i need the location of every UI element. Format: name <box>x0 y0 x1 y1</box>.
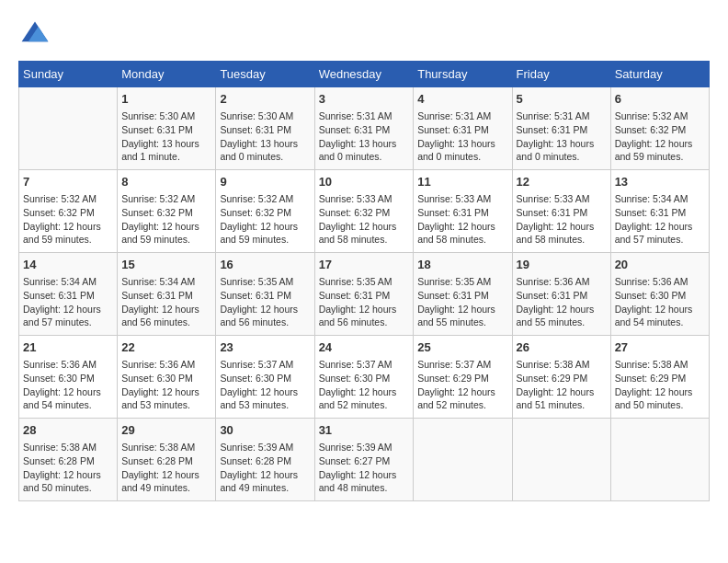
day-info: Sunrise: 5:30 AM Sunset: 6:31 PM Dayligh… <box>220 109 310 164</box>
day-number: 29 <box>121 422 211 439</box>
calendar-cell: 4Sunrise: 5:31 AM Sunset: 6:31 PM Daylig… <box>414 87 512 170</box>
day-number: 5 <box>517 91 607 108</box>
calendar-cell <box>19 87 118 170</box>
day-info: Sunrise: 5:31 AM Sunset: 6:31 PM Dayligh… <box>319 109 410 164</box>
logo-icon <box>18 18 51 52</box>
day-info: Sunrise: 5:34 AM Sunset: 6:31 PM Dayligh… <box>23 275 113 329</box>
day-number: 10 <box>319 174 410 190</box>
day-info: Sunrise: 5:33 AM Sunset: 6:32 PM Dayligh… <box>319 192 410 247</box>
day-info: Sunrise: 5:34 AM Sunset: 6:31 PM Dayligh… <box>615 192 705 247</box>
day-number: 27 <box>615 339 705 356</box>
day-number: 24 <box>319 339 410 356</box>
day-number: 30 <box>220 422 310 439</box>
calendar-cell: 2Sunrise: 5:30 AM Sunset: 6:31 PM Daylig… <box>216 87 314 170</box>
day-info: Sunrise: 5:31 AM Sunset: 6:31 PM Dayligh… <box>517 109 607 164</box>
page-header <box>18 18 710 52</box>
day-number: 1 <box>121 91 211 108</box>
logo <box>18 18 55 52</box>
calendar-cell: 17Sunrise: 5:35 AM Sunset: 6:31 PM Dayli… <box>314 253 414 336</box>
calendar-cell: 7Sunrise: 5:32 AM Sunset: 6:32 PM Daylig… <box>19 170 118 253</box>
day-info: Sunrise: 5:38 AM Sunset: 6:28 PM Dayligh… <box>121 441 211 495</box>
day-info: Sunrise: 5:38 AM Sunset: 6:28 PM Dayligh… <box>23 441 113 495</box>
day-info: Sunrise: 5:35 AM Sunset: 6:31 PM Dayligh… <box>220 275 310 329</box>
day-number: 7 <box>23 174 113 190</box>
calendar-cell: 1Sunrise: 5:30 AM Sunset: 6:31 PM Daylig… <box>118 87 216 170</box>
calendar-cell: 16Sunrise: 5:35 AM Sunset: 6:31 PM Dayli… <box>216 253 314 336</box>
calendar-cell: 25Sunrise: 5:37 AM Sunset: 6:29 PM Dayli… <box>414 336 512 419</box>
calendar-cell: 11Sunrise: 5:33 AM Sunset: 6:31 PM Dayli… <box>414 170 512 253</box>
day-of-week-header: Wednesday <box>314 62 414 87</box>
day-info: Sunrise: 5:38 AM Sunset: 6:29 PM Dayligh… <box>517 358 607 412</box>
day-info: Sunrise: 5:36 AM Sunset: 6:30 PM Dayligh… <box>23 358 113 412</box>
day-number: 16 <box>220 257 310 273</box>
day-info: Sunrise: 5:35 AM Sunset: 6:31 PM Dayligh… <box>319 275 410 329</box>
calendar-week-row: 14Sunrise: 5:34 AM Sunset: 6:31 PM Dayli… <box>19 253 710 336</box>
day-number: 2 <box>220 91 310 108</box>
day-info: Sunrise: 5:37 AM Sunset: 6:30 PM Dayligh… <box>220 358 310 412</box>
day-info: Sunrise: 5:37 AM Sunset: 6:29 PM Dayligh… <box>417 358 507 412</box>
day-number: 22 <box>121 339 211 356</box>
day-info: Sunrise: 5:31 AM Sunset: 6:31 PM Dayligh… <box>417 109 507 164</box>
calendar-cell: 9Sunrise: 5:32 AM Sunset: 6:32 PM Daylig… <box>216 170 314 253</box>
calendar-cell: 29Sunrise: 5:38 AM Sunset: 6:28 PM Dayli… <box>118 419 216 501</box>
day-info: Sunrise: 5:36 AM Sunset: 6:30 PM Dayligh… <box>615 275 705 329</box>
day-number: 4 <box>417 91 507 108</box>
calendar-cell: 6Sunrise: 5:32 AM Sunset: 6:32 PM Daylig… <box>610 87 709 170</box>
calendar-table: SundayMondayTuesdayWednesdayThursdayFrid… <box>18 61 710 501</box>
calendar-cell: 12Sunrise: 5:33 AM Sunset: 6:31 PM Dayli… <box>512 170 610 253</box>
day-of-week-header: Sunday <box>19 62 118 87</box>
calendar-cell: 28Sunrise: 5:38 AM Sunset: 6:28 PM Dayli… <box>19 419 118 501</box>
calendar-cell <box>610 419 709 501</box>
day-number: 12 <box>517 174 607 190</box>
day-info: Sunrise: 5:39 AM Sunset: 6:28 PM Dayligh… <box>220 441 310 495</box>
day-info: Sunrise: 5:37 AM Sunset: 6:30 PM Dayligh… <box>319 358 410 412</box>
day-of-week-header: Saturday <box>610 62 709 87</box>
calendar-cell: 8Sunrise: 5:32 AM Sunset: 6:32 PM Daylig… <box>118 170 216 253</box>
day-of-week-header: Friday <box>512 62 610 87</box>
day-number: 9 <box>220 174 310 190</box>
day-info: Sunrise: 5:38 AM Sunset: 6:29 PM Dayligh… <box>615 358 705 412</box>
calendar-cell: 18Sunrise: 5:35 AM Sunset: 6:31 PM Dayli… <box>414 253 512 336</box>
calendar-header-row: SundayMondayTuesdayWednesdayThursdayFrid… <box>19 62 710 87</box>
day-of-week-header: Tuesday <box>216 62 314 87</box>
day-info: Sunrise: 5:33 AM Sunset: 6:31 PM Dayligh… <box>417 192 507 247</box>
day-number: 26 <box>517 339 607 356</box>
day-number: 19 <box>517 257 607 273</box>
day-info: Sunrise: 5:32 AM Sunset: 6:32 PM Dayligh… <box>23 192 113 247</box>
calendar-cell: 19Sunrise: 5:36 AM Sunset: 6:31 PM Dayli… <box>512 253 610 336</box>
calendar-cell: 14Sunrise: 5:34 AM Sunset: 6:31 PM Dayli… <box>19 253 118 336</box>
day-info: Sunrise: 5:32 AM Sunset: 6:32 PM Dayligh… <box>615 109 705 164</box>
day-info: Sunrise: 5:33 AM Sunset: 6:31 PM Dayligh… <box>517 192 607 247</box>
day-info: Sunrise: 5:32 AM Sunset: 6:32 PM Dayligh… <box>121 192 211 247</box>
calendar-week-row: 28Sunrise: 5:38 AM Sunset: 6:28 PM Dayli… <box>19 419 710 501</box>
day-number: 18 <box>417 257 507 273</box>
day-number: 3 <box>319 91 410 108</box>
day-info: Sunrise: 5:34 AM Sunset: 6:31 PM Dayligh… <box>121 275 211 329</box>
day-info: Sunrise: 5:39 AM Sunset: 6:27 PM Dayligh… <box>319 441 410 495</box>
calendar-cell <box>414 419 512 501</box>
day-number: 6 <box>615 91 705 108</box>
calendar-cell: 31Sunrise: 5:39 AM Sunset: 6:27 PM Dayli… <box>314 419 414 501</box>
calendar-cell: 20Sunrise: 5:36 AM Sunset: 6:30 PM Dayli… <box>610 253 709 336</box>
calendar-cell: 24Sunrise: 5:37 AM Sunset: 6:30 PM Dayli… <box>314 336 414 419</box>
day-info: Sunrise: 5:35 AM Sunset: 6:31 PM Dayligh… <box>417 275 507 329</box>
calendar-cell: 15Sunrise: 5:34 AM Sunset: 6:31 PM Dayli… <box>118 253 216 336</box>
calendar-week-row: 1Sunrise: 5:30 AM Sunset: 6:31 PM Daylig… <box>19 87 710 170</box>
day-info: Sunrise: 5:32 AM Sunset: 6:32 PM Dayligh… <box>220 192 310 247</box>
day-number: 17 <box>319 257 410 273</box>
day-info: Sunrise: 5:30 AM Sunset: 6:31 PM Dayligh… <box>121 109 211 164</box>
calendar-cell: 10Sunrise: 5:33 AM Sunset: 6:32 PM Dayli… <box>314 170 414 253</box>
calendar-cell: 27Sunrise: 5:38 AM Sunset: 6:29 PM Dayli… <box>610 336 709 419</box>
calendar-cell: 5Sunrise: 5:31 AM Sunset: 6:31 PM Daylig… <box>512 87 610 170</box>
day-number: 31 <box>319 422 410 439</box>
day-number: 11 <box>417 174 507 190</box>
calendar-cell: 30Sunrise: 5:39 AM Sunset: 6:28 PM Dayli… <box>216 419 314 501</box>
calendar-week-row: 7Sunrise: 5:32 AM Sunset: 6:32 PM Daylig… <box>19 170 710 253</box>
calendar-cell: 23Sunrise: 5:37 AM Sunset: 6:30 PM Dayli… <box>216 336 314 419</box>
calendar-cell: 22Sunrise: 5:36 AM Sunset: 6:30 PM Dayli… <box>118 336 216 419</box>
day-number: 23 <box>220 339 310 356</box>
day-of-week-header: Thursday <box>414 62 512 87</box>
day-number: 20 <box>615 257 705 273</box>
day-number: 8 <box>121 174 211 190</box>
day-info: Sunrise: 5:36 AM Sunset: 6:30 PM Dayligh… <box>121 358 211 412</box>
